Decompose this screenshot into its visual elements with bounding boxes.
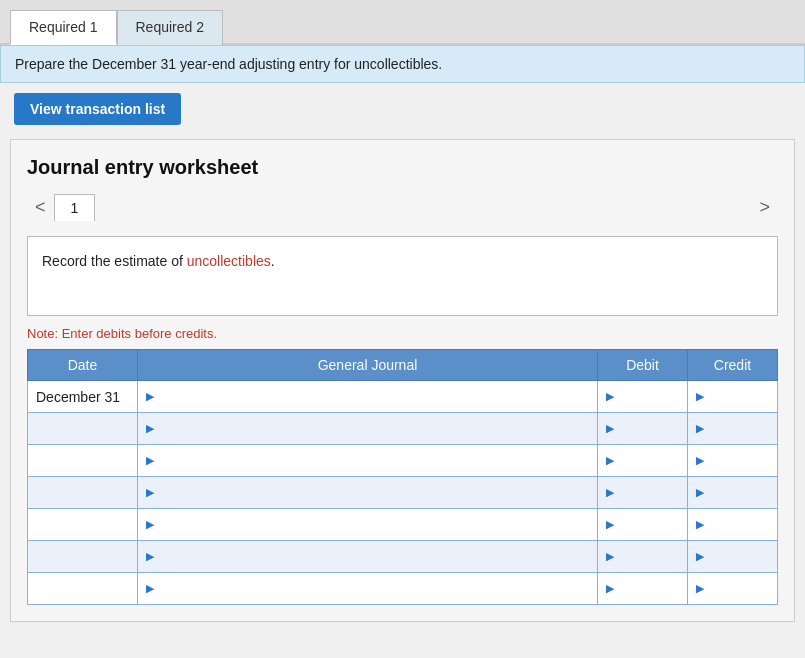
table-row-credit-0[interactable]: ▶ — [688, 381, 778, 413]
table-row-journal-0[interactable]: ▶ — [138, 381, 598, 413]
worksheet-title: Journal entry worksheet — [27, 156, 778, 179]
table-row-date-6 — [28, 573, 138, 605]
credit-arrow-icon-5: ▶ — [696, 550, 704, 563]
debit-input-3[interactable] — [618, 485, 679, 501]
col-header-credit: Credit — [688, 350, 778, 381]
credit-input-6[interactable] — [708, 581, 769, 597]
col-header-journal: General Journal — [138, 350, 598, 381]
tab-required1[interactable]: Required 1 — [10, 10, 117, 45]
journal-input-5[interactable] — [158, 549, 589, 565]
journal-arrow-icon-6: ▶ — [146, 582, 154, 595]
table-row-date-5 — [28, 541, 138, 573]
table-row-credit-6[interactable]: ▶ — [688, 573, 778, 605]
note-text: Note: Enter debits before credits. — [27, 326, 778, 341]
table-row-date-4 — [28, 509, 138, 541]
tabs-bar: Required 1 Required 2 — [0, 0, 805, 45]
table-row-journal-3[interactable]: ▶ — [138, 477, 598, 509]
view-transactions-button[interactable]: View transaction list — [14, 93, 181, 125]
table-row-debit-0[interactable]: ▶ — [598, 381, 688, 413]
table-row-debit-1[interactable]: ▶ — [598, 413, 688, 445]
debit-input-1[interactable] — [618, 421, 679, 437]
journal-input-4[interactable] — [158, 517, 589, 533]
journal-arrow-icon-5: ▶ — [146, 550, 154, 563]
journal-arrow-icon-4: ▶ — [146, 518, 154, 531]
tab-required1-label: Required 1 — [29, 19, 98, 35]
table-row-journal-5[interactable]: ▶ — [138, 541, 598, 573]
journal-input-0[interactable] — [158, 389, 589, 405]
journal-table: Date General Journal Debit Credit Decemb… — [27, 349, 778, 605]
table-row-journal-4[interactable]: ▶ — [138, 509, 598, 541]
record-description-box: Record the estimate of uncollectibles. — [27, 236, 778, 316]
credit-input-4[interactable] — [708, 517, 769, 533]
table-row-date-0: December 31 — [28, 381, 138, 413]
debit-arrow-icon-4: ▶ — [606, 518, 614, 531]
journal-arrow-icon-2: ▶ — [146, 454, 154, 467]
table-row-debit-2[interactable]: ▶ — [598, 445, 688, 477]
journal-arrow-icon-1: ▶ — [146, 422, 154, 435]
debit-input-5[interactable] — [618, 549, 679, 565]
credit-input-2[interactable] — [708, 453, 769, 469]
table-row-credit-1[interactable]: ▶ — [688, 413, 778, 445]
debit-arrow-icon-2: ▶ — [606, 454, 614, 467]
credit-input-1[interactable] — [708, 421, 769, 437]
record-description-text: Record the estimate of uncollectibles. — [42, 253, 275, 269]
table-row-date-3 — [28, 477, 138, 509]
debit-arrow-icon-5: ▶ — [606, 550, 614, 563]
credit-input-3[interactable] — [708, 485, 769, 501]
journal-input-1[interactable] — [158, 421, 589, 437]
debit-arrow-icon-6: ▶ — [606, 582, 614, 595]
table-row-date-1 — [28, 413, 138, 445]
credit-arrow-icon-4: ▶ — [696, 518, 704, 531]
info-banner-text: Prepare the December 31 year-end adjusti… — [15, 56, 442, 72]
table-row-credit-5[interactable]: ▶ — [688, 541, 778, 573]
button-bar: View transaction list — [0, 83, 805, 135]
journal-input-6[interactable] — [158, 581, 589, 597]
debit-arrow-icon-3: ▶ — [606, 486, 614, 499]
credit-arrow-icon-3: ▶ — [696, 486, 704, 499]
debit-arrow-icon-0: ▶ — [606, 390, 614, 403]
info-banner: Prepare the December 31 year-end adjusti… — [0, 45, 805, 83]
credit-arrow-icon-2: ▶ — [696, 454, 704, 467]
tab-required2-label: Required 2 — [136, 19, 205, 35]
page-nav: < 1 > — [27, 193, 778, 222]
page-number: 1 — [71, 200, 79, 216]
debit-input-2[interactable] — [618, 453, 679, 469]
table-row-credit-4[interactable]: ▶ — [688, 509, 778, 541]
worksheet-card: Journal entry worksheet < 1 > Record the… — [10, 139, 795, 622]
table-row-journal-6[interactable]: ▶ — [138, 573, 598, 605]
journal-arrow-icon-3: ▶ — [146, 486, 154, 499]
table-row-debit-6[interactable]: ▶ — [598, 573, 688, 605]
page-tab[interactable]: 1 — [54, 194, 96, 221]
journal-input-2[interactable] — [158, 453, 589, 469]
credit-input-5[interactable] — [708, 549, 769, 565]
debit-input-4[interactable] — [618, 517, 679, 533]
table-row-credit-3[interactable]: ▶ — [688, 477, 778, 509]
table-row-credit-2[interactable]: ▶ — [688, 445, 778, 477]
table-row-date-2 — [28, 445, 138, 477]
table-row-debit-5[interactable]: ▶ — [598, 541, 688, 573]
debit-input-0[interactable] — [618, 389, 679, 405]
debit-input-6[interactable] — [618, 581, 679, 597]
table-row-debit-3[interactable]: ▶ — [598, 477, 688, 509]
journal-input-3[interactable] — [158, 485, 589, 501]
credit-arrow-icon-6: ▶ — [696, 582, 704, 595]
table-row-journal-1[interactable]: ▶ — [138, 413, 598, 445]
credit-arrow-icon-0: ▶ — [696, 390, 704, 403]
journal-arrow-icon-0: ▶ — [146, 390, 154, 403]
nav-next-button[interactable]: > — [751, 193, 778, 222]
nav-prev-button[interactable]: < — [27, 193, 54, 222]
tab-required2[interactable]: Required 2 — [117, 10, 224, 45]
view-transactions-label: View transaction list — [30, 101, 165, 117]
credit-arrow-icon-1: ▶ — [696, 422, 704, 435]
credit-input-0[interactable] — [708, 389, 769, 405]
table-row-journal-2[interactable]: ▶ — [138, 445, 598, 477]
col-header-date: Date — [28, 350, 138, 381]
col-header-debit: Debit — [598, 350, 688, 381]
debit-arrow-icon-1: ▶ — [606, 422, 614, 435]
next-arrow-icon: > — [759, 197, 770, 217]
table-row-debit-4[interactable]: ▶ — [598, 509, 688, 541]
prev-arrow-icon: < — [35, 197, 46, 217]
